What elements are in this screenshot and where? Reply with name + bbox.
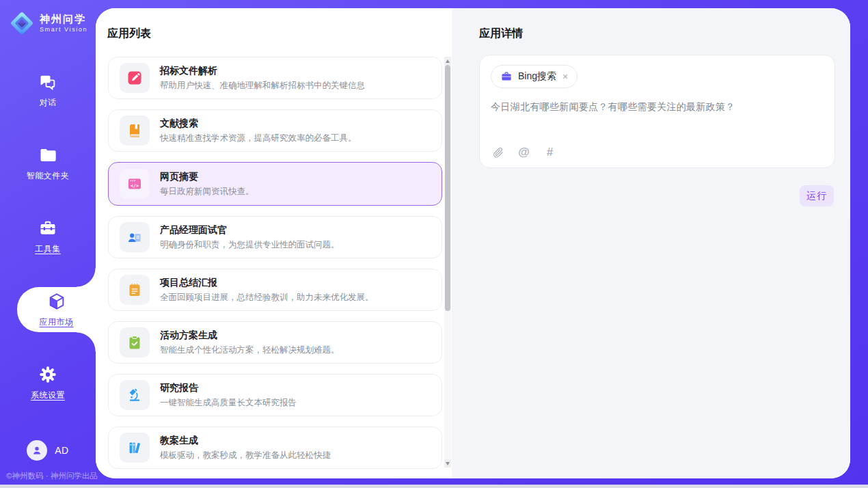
toolbox-icon <box>38 219 57 238</box>
scrollbar-thumb[interactable] <box>445 65 450 311</box>
sidebar-item-gear[interactable]: 系统设置 <box>0 360 96 405</box>
svg-text:</>: </> <box>131 183 139 189</box>
composer-icons: @# <box>491 146 556 159</box>
sidebar-item-cube[interactable]: 应用市场 <box>17 287 96 332</box>
notepad-icon <box>120 275 150 305</box>
app-card[interactable]: 招标文件解析 帮助用户快速、准确地理解和解析招标书中的关键信息 <box>108 57 442 99</box>
clipboard-check-icon <box>120 327 150 357</box>
avatar[interactable] <box>27 440 47 461</box>
list-scrollbar[interactable] <box>444 57 451 467</box>
app-card[interactable]: 研究报告 一键智能生成高质量长文本研究报告 <box>108 374 442 416</box>
app-card-desc: 每日政府新闻资讯快查。 <box>160 186 254 198</box>
app-list-title: 应用列表 <box>107 27 151 41</box>
app-card-list: 招标文件解析 帮助用户快速、准确地理解和解析招标书中的关键信息 文献搜索 快速精… <box>108 57 442 478</box>
app-card-title: 产品经理面试官 <box>160 224 340 236</box>
hash-icon[interactable]: # <box>543 146 556 159</box>
gear-icon <box>38 365 57 384</box>
cube-icon <box>47 292 66 311</box>
app-card-title: 研究报告 <box>160 382 297 394</box>
tool-tag-bing[interactable]: Bing搜索 × <box>491 65 578 88</box>
app-card-title: 招标文件解析 <box>160 65 365 77</box>
app-card[interactable]: 教案生成 模板驱动，教案秒成，教学准备从此轻松快捷 <box>108 426 442 469</box>
app-card-title: 教案生成 <box>160 435 331 447</box>
pen-square-icon <box>120 63 150 93</box>
app-detail-panel: 应用详情 Bing搜索 × 今日湖北有哪些新闻要点？有哪些需要关注的最新政策？ … <box>452 8 850 478</box>
browser-code-icon: </> <box>120 169 150 199</box>
run-button[interactable]: 运行 <box>800 185 834 206</box>
brand-tagline: Smart Vision <box>40 26 87 33</box>
app-card-desc: 全面回顾项目进展，总结经验教训，助力未来优化发展。 <box>160 292 374 303</box>
tool-tag-label: Bing搜索 <box>518 70 556 83</box>
brand-name: 神州问学 <box>40 14 87 25</box>
main-container: 应用列表 招标文件解析 帮助用户快速、准确地理解和解析招标书中的关键信息 文献搜… <box>96 8 850 478</box>
app-list-panel: 应用列表 招标文件解析 帮助用户快速、准确地理解和解析招标书中的关键信息 文献搜… <box>96 8 452 478</box>
app-window: 神州问学 Smart Vision 对话 智能文件夹 工具集 应用市场 系统设置 <box>0 0 868 488</box>
app-card-desc: 智能生成个性化活动方案，轻松解决规划难题。 <box>160 344 340 356</box>
at-icon[interactable]: @ <box>517 146 530 159</box>
user-row[interactable]: AD <box>0 440 96 461</box>
tag-close-icon[interactable]: × <box>562 72 568 81</box>
folder-icon <box>38 146 57 165</box>
sidebar-item-toolbox[interactable]: 工具集 <box>0 214 96 259</box>
app-card-desc: 明确身份和职责，为您提供专业性的面试问题。 <box>160 239 340 251</box>
copyright-footer: ©神州数码 · 神州问学出品 <box>6 471 98 481</box>
user-initials: AD <box>55 445 68 456</box>
prompt-card[interactable]: Bing搜索 × 今日湖北有哪些新闻要点？有哪些需要关注的最新政策？ @# <box>479 55 835 168</box>
app-card[interactable]: 文献搜索 快速精准查找学术资源，提高研究效率的必备工具。 <box>108 109 442 152</box>
app-card[interactable]: 项目总结汇报 全面回顾项目进展，总结经验教训，助力未来优化发展。 <box>108 269 442 311</box>
query-text[interactable]: 今日湖北有哪些新闻要点？有哪些需要关注的最新政策？ <box>491 101 824 113</box>
app-card-desc: 模板驱动，教案秒成，教学准备从此轻松快捷 <box>160 450 331 461</box>
app-card-desc: 快速精准查找学术资源，提高研究效率的必备工具。 <box>160 133 357 144</box>
scroll-up-icon[interactable] <box>444 57 451 65</box>
books-icon <box>120 433 150 463</box>
app-card-title: 活动方案生成 <box>160 329 340 342</box>
app-card[interactable]: 活动方案生成 智能生成个性化活动方案，轻松解决规划难题。 <box>108 321 442 364</box>
user-icon <box>31 444 43 457</box>
book-icon <box>120 116 150 146</box>
app-card-title: 网页摘要 <box>160 171 254 183</box>
scroll-down-icon[interactable] <box>444 459 451 467</box>
app-card-title: 项目总结汇报 <box>160 277 374 289</box>
sidebar-item-folder[interactable]: 智能文件夹 <box>0 141 96 186</box>
sidebar-item-chat[interactable]: 对话 <box>0 68 96 113</box>
chat-icon <box>38 72 57 92</box>
bottom-edge-strip <box>0 485 868 488</box>
sidebar-nav: 对话 智能文件夹 工具集 应用市场 系统设置 <box>0 68 96 433</box>
interviewer-icon <box>120 222 150 252</box>
brand-diamond-icon <box>9 10 35 36</box>
briefcase-icon <box>500 70 513 83</box>
sidebar: 神州问学 Smart Vision 对话 智能文件夹 工具集 应用市场 系统设置 <box>0 0 96 488</box>
app-card-title: 文献搜索 <box>160 118 357 130</box>
app-detail-title: 应用详情 <box>479 27 523 41</box>
app-card-desc: 帮助用户快速、准确地理解和解析招标书中的关键信息 <box>160 80 365 92</box>
brand: 神州问学 Smart Vision <box>0 0 96 36</box>
microscope-icon <box>120 380 150 410</box>
app-card[interactable]: </> 网页摘要 每日政府新闻资讯快查。 <box>108 162 442 206</box>
app-card-desc: 一键智能生成高质量长文本研究报告 <box>160 397 297 409</box>
app-card[interactable]: 产品经理面试官 明确身份和职责，为您提供专业性的面试问题。 <box>108 216 442 258</box>
paperclip-icon[interactable] <box>491 146 504 159</box>
